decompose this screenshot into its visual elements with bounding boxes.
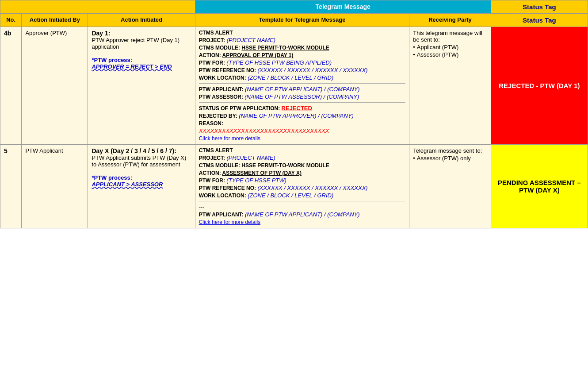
tpl-workloc-value: (ZONE / BLOCK / LEVEL / GRID) (248, 74, 333, 81)
click-here-link-4b[interactable]: Click here for more details (199, 135, 260, 142)
header-receiving: Receiving Party (409, 14, 491, 27)
table-row: 5 PTW Applicant Day X (Day 2 / 3 / 4 / 5… (0, 145, 588, 228)
status-tag-4b: REJECTED - PTW (DAY 1) (491, 27, 588, 145)
receiving-intro-5: Telegram message sent to: (413, 147, 482, 154)
ptw-process-value-5: APPLICANT > ASSESSOR (92, 181, 163, 188)
day-label: Day 1: (92, 30, 110, 37)
tpl-applicant-label: PTW APPLICANT: (199, 86, 245, 92)
tpl-project-value-5: (PROJECT NAME) (226, 154, 275, 161)
tpl-ptwfor-value: (TYPE OF HSSE PTW BEING APPLIED) (226, 59, 332, 66)
header-left-group (0, 0, 195, 14)
tpl-workloc-label: WORK LOCATION: (199, 75, 248, 81)
tpl-project-value: (PROJECT NAME) (227, 37, 276, 43)
tpl-applicant-label-5: PTW APPLICANT: (199, 212, 245, 218)
tpl-workloc-line: WORK LOCATION: (ZONE / BLOCK / LEVEL / G… (199, 74, 406, 81)
ptw-process-value: APPROVER = REJECT > END (92, 63, 172, 70)
separator-2 (199, 102, 406, 103)
tpl-rejectedby-value: (NAME OF PTW APPROVER) / (COMPANY) (239, 112, 354, 119)
tpl-assessor-line: PTW ASSESSOR: (NAME OF PTW ASSESSOR) / (… (199, 93, 406, 100)
tpl-reason-line: REASON: (199, 120, 406, 127)
tpl-reason-label: REASON: (199, 120, 223, 127)
tpl-refno-label: PTW REFERENCE NO: (199, 67, 258, 73)
receiving-cell-5: Telegram message sent to: • Assessor (PT… (409, 145, 491, 228)
tpl-applicant-line: PTW APPLICANT: (NAME OF PTW APPLICANT) /… (199, 86, 406, 92)
tpl-workloc-line-5: WORK LOCATION: (ZONE / BLOCK / LEVEL / G… (199, 192, 406, 199)
header-main-row: Telegram Message Status Tag (0, 0, 588, 14)
header-telegram: Telegram Message (195, 0, 491, 14)
tpl-applicant-value: (NAME OF PTW APPLICANT) / (COMPANY) (245, 86, 360, 92)
header-template: Template for Telegram Message (195, 14, 409, 27)
receiving-cell-4b: This telegram message will be sent to: •… (409, 27, 491, 145)
bullet-2: • Assessor (PTW) (413, 51, 487, 58)
ptw-process-label-5: *PTW process: (92, 174, 132, 181)
tpl-refno-value: (XXXXXX / XXXXXX / XXXXXX / XXXXXX) (257, 67, 367, 73)
action-desc-5: PTW Applicant submits PTW (Day X) to Ass… (92, 154, 186, 168)
tpl-rejectedby-label: REJECTED BY: (199, 113, 239, 119)
header-status: Status Tag (491, 0, 588, 14)
tpl-module-line-5: CTMS MODULE: HSSE PERMIT-TO-WORK MODULE (199, 162, 406, 169)
tpl-status-value: REJECTED (282, 105, 312, 112)
separator-5-1 (199, 201, 406, 201)
tpl-module-label: CTMS MODULE: (199, 45, 242, 51)
bullet-applicant: Applicant (PTW) (417, 44, 459, 50)
tpl-module-label-5: CTMS MODULE: (199, 162, 242, 169)
tpl-applicant-value-5: (NAME OF PTW APPLICANT) / (COMPANY) (245, 211, 360, 218)
receiving-intro: This telegram message will be sent to: (413, 30, 482, 43)
tpl-module-line: CTMS MODULE: HSSE PERMIT-TO-WORK MODULE (199, 44, 406, 51)
tpl-action-value: APPROVAL OF PTW (DAY 1) (222, 52, 294, 58)
header-sub-row: No. Action Initiated By Action Initiated… (0, 14, 588, 27)
tpl-module-value: HSSE PERMIT-TO-WORK MODULE (241, 45, 329, 51)
ptw-process-label: *PTW process: (92, 57, 132, 63)
tpl-status-label: STATUS OF PTW APPLICATION: (199, 105, 282, 112)
tpl-reason-value: XXXXXXXXXXXXXXXXXXXXXXXXXXXXXXXXXX (199, 127, 406, 134)
template-cell-4b: CTMS ALERT PROJECT: (PROJECT NAME) CTMS … (195, 27, 409, 145)
tpl-refno-line-5: PTW REFERENCE NO: (XXXXXX / XXXXXX / XXX… (199, 185, 406, 191)
row-number: 4b (0, 27, 22, 145)
action-desc: PTW Approver reject PTW (Day 1) applicat… (92, 37, 179, 50)
click-here-link-5[interactable]: Click here for more details (199, 219, 260, 225)
tpl-sep-text-5: --- (199, 204, 406, 210)
tpl-ptwfor-value-5: (TYPE OF HSSE PTW) (226, 177, 286, 184)
tpl-assessor-label: PTW ASSESSOR: (199, 94, 245, 100)
bullet-assessor: Assessor (PTW) (417, 51, 459, 58)
template-cell-5: CTMS ALERT PROJECT: (PROJECT NAME) CTMS … (195, 145, 409, 228)
header-action-by: Action Initiated By (22, 14, 88, 27)
tpl-project-label-5: PROJECT: (199, 155, 227, 161)
tpl-ctms-alert: CTMS ALERT (199, 30, 406, 36)
tpl-refno-value-5: (XXXXXX / XXXXXX / XXXXXX / XXXXXX) (257, 185, 367, 191)
tpl-ptwfor-line-5: PTW FOR: (TYPE OF HSSE PTW) (199, 177, 406, 184)
header-status-sub: Status Tag (491, 14, 588, 27)
tpl-action-line-5: ACTION: ASSESSMENT OF PTW (DAY X) (199, 169, 406, 176)
bullet-1: • Applicant (PTW) (413, 44, 487, 50)
tpl-action-value-5: ASSESSMENT OF PTW (DAY X) (222, 170, 302, 176)
day-label-5: Day X (Day 2 / 3 / 4 / 5 / 6 / 7): (92, 147, 176, 154)
bullet-assessor-5: • Assessor (PTW) only (413, 155, 487, 162)
action-initiated-cell: Day 1: PTW Approver reject PTW (Day 1) a… (88, 27, 195, 145)
tpl-workloc-value-5: (ZONE / BLOCK / LEVEL / GRID) (248, 192, 333, 199)
header-action-initiated: Action Initiated (88, 14, 195, 27)
tpl-action-label: ACTION: (199, 52, 222, 58)
tpl-refno-line: PTW REFERENCE NO: (XXXXXX / XXXXXX / XXX… (199, 67, 406, 73)
action-by-cell: Approver (PTW) (22, 27, 88, 145)
bullet-assessor-only: Assessor (PTW) only (417, 155, 471, 162)
tpl-ctms-alert-5: CTMS ALERT (199, 147, 406, 154)
tpl-refno-label-5: PTW REFERENCE NO: (199, 185, 258, 191)
tpl-workloc-label-5: WORK LOCATION: (199, 192, 248, 199)
tpl-action-label-5: ACTION: (199, 170, 222, 176)
action-by-cell-5: PTW Applicant (22, 145, 88, 228)
tpl-ptwfor-line: PTW FOR: (TYPE OF HSSE PTW BEING APPLIED… (199, 59, 406, 66)
tpl-applicant-line-5: PTW APPLICANT: (NAME OF PTW APPLICANT) /… (199, 211, 406, 218)
row-number: 5 (0, 145, 22, 228)
tpl-project-line-5: PROJECT: (PROJECT NAME) (199, 154, 406, 161)
header-no: No. (0, 14, 22, 27)
tpl-project-line: PROJECT: (PROJECT NAME) (199, 37, 406, 43)
tpl-ptwfor-label-5: PTW FOR: (199, 177, 227, 184)
tpl-project-label: PROJECT: (199, 37, 225, 43)
tpl-status-line: STATUS OF PTW APPLICATION: REJECTED (199, 105, 406, 112)
tpl-action-line: ACTION: APPROVAL OF PTW (DAY 1) (199, 52, 406, 58)
status-tag-5: PENDING ASSESSMENT – PTW (DAY X) (491, 145, 588, 228)
tpl-ptwfor-label: PTW FOR: (199, 60, 227, 66)
tpl-rejectedby-line: REJECTED BY: (NAME OF PTW APPROVER) / (C… (199, 112, 406, 119)
action-initiated-cell-5: Day X (Day 2 / 3 / 4 / 5 / 6 / 7): PTW A… (88, 145, 195, 228)
table-row: 4b Approver (PTW) Day 1: PTW Approver re… (0, 27, 588, 145)
